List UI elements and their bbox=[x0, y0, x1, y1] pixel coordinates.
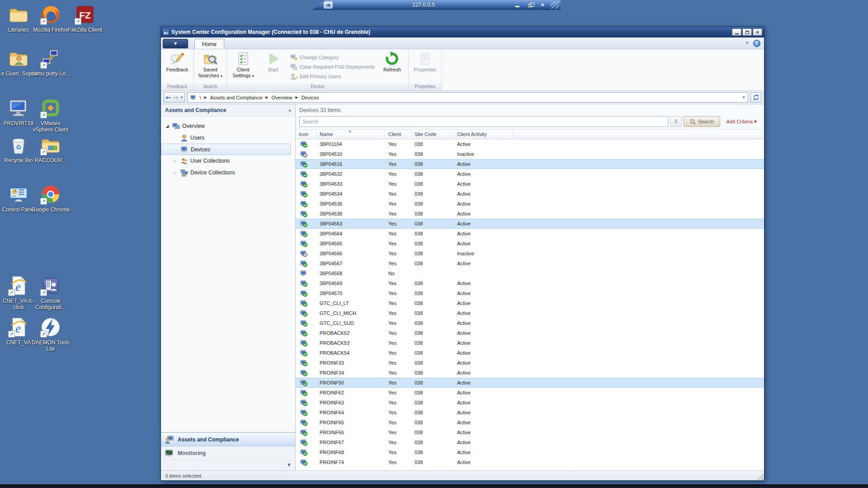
table-row[interactable]: 38P01104Yes038Active bbox=[296, 139, 764, 149]
table-row[interactable]: 38P04533Yes038Active bbox=[296, 179, 764, 189]
table-row[interactable]: 38P04570Yes038Active bbox=[296, 288, 764, 298]
table-row[interactable]: PROINF63Yes038Active bbox=[296, 398, 764, 408]
table-row[interactable]: PROBACK54Yes038Active bbox=[296, 348, 764, 358]
help-button[interactable]: ? bbox=[753, 40, 760, 47]
expander-collapsed-icon[interactable]: ▷ bbox=[173, 170, 178, 175]
expander-collapsed-icon[interactable]: ▷ bbox=[173, 159, 178, 163]
column-header-site-code[interactable]: Site Code bbox=[411, 130, 454, 139]
breadcrumb[interactable]: \ ▶ Assets and Compliance ▶ Overview ▶ D… bbox=[187, 92, 748, 103]
table-row[interactable]: GTC_CLI_MICHYes038Active bbox=[296, 308, 764, 318]
window-close-button[interactable]: × bbox=[753, 28, 762, 36]
table-row[interactable]: GTC_CLI_LTYes038Active bbox=[296, 298, 764, 308]
shortcut-arrow-icon: ↗ bbox=[40, 18, 47, 25]
table-row[interactable]: 38P04510Yes038Inactive bbox=[296, 149, 764, 159]
desktop-icon-vmware-vsphere-client[interactable]: ↗VMware vSphere Client bbox=[30, 97, 71, 133]
cell-site-code: 038 bbox=[411, 281, 454, 286]
table-row[interactable]: 38P04569Yes038Active bbox=[296, 278, 764, 288]
resize-grip[interactable] bbox=[757, 474, 764, 480]
refresh-button[interactable]: Refresh bbox=[377, 51, 406, 83]
desktop-icon-raccour[interactable]: ↗RACCOUR... bbox=[30, 134, 71, 164]
table-row[interactable]: 38P04568No bbox=[296, 268, 764, 278]
column-header-name[interactable]: ▲ Name bbox=[316, 130, 385, 139]
search-button[interactable]: Search bbox=[684, 116, 720, 127]
table-row[interactable]: GTC_CLI_SUDYes038Active bbox=[296, 318, 764, 328]
table-row[interactable]: PROINF67Yes038Active bbox=[296, 437, 764, 447]
breadcrumb-overview[interactable]: Overview bbox=[271, 95, 292, 100]
shortcut-arrow-icon: ↗ bbox=[40, 331, 47, 338]
nav-item-user-collections[interactable]: ▷ User Collections bbox=[161, 155, 295, 167]
breadcrumb-root[interactable]: \ bbox=[200, 95, 201, 100]
ribbon-collapse-icon[interactable]: ^ bbox=[746, 41, 749, 46]
column-header-client-activity[interactable]: Client Activity bbox=[454, 130, 513, 139]
table-row[interactable]: PROBACK52Yes038Active bbox=[296, 328, 764, 338]
window-minimize-button[interactable] bbox=[732, 28, 741, 36]
table-row[interactable]: PROBACK53Yes038Active bbox=[296, 338, 764, 348]
column-header-icon[interactable]: Icon bbox=[296, 130, 316, 139]
client-settings-button[interactable]: Client Settings ▾ bbox=[229, 51, 258, 83]
properties-button[interactable]: Properties bbox=[410, 51, 439, 83]
table-row[interactable]: 38P04567Yes038Active bbox=[296, 258, 764, 268]
nav-item-overview[interactable]: ◢ Overview bbox=[161, 120, 295, 132]
rdp-restore-button[interactable] bbox=[527, 3, 533, 7]
table-row[interactable]: 38P04535Yes038Active bbox=[296, 199, 764, 209]
pin-icon[interactable] bbox=[324, 1, 333, 9]
desktop-icon-samu-putty-lo[interactable]: ↗samu putty-Lo... bbox=[30, 47, 71, 77]
desktop-icon-console-configurati[interactable]: ↗Console Configurati... bbox=[30, 275, 71, 310]
title-bar[interactable]: System Center Configuration Manager (Con… bbox=[161, 27, 764, 38]
table-row[interactable]: PROINF66Yes038Active bbox=[296, 427, 764, 437]
table-row[interactable]: 38P04538Yes038Active bbox=[296, 209, 764, 219]
tab-home[interactable]: Home bbox=[194, 39, 224, 49]
search-input[interactable] bbox=[299, 116, 668, 127]
rdp-minimize-button[interactable] bbox=[514, 3, 520, 7]
nav-item-devices[interactable]: Devices bbox=[161, 144, 291, 155]
desktop-icon-daemon-tools-lite[interactable]: ↗DAEMON Tools Lite bbox=[30, 316, 71, 352]
table-row[interactable]: 38P04565Yes038Active bbox=[296, 239, 764, 249]
workspace-assets-and-compliance[interactable]: Assets and Compliance bbox=[161, 432, 295, 446]
table-row[interactable]: PROINF34Yes038Active bbox=[296, 368, 764, 378]
refresh-address-button[interactable] bbox=[750, 92, 761, 103]
column-header-client[interactable]: Client bbox=[385, 130, 411, 139]
table-row[interactable]: 38P04515Yes038Active bbox=[296, 159, 764, 169]
cell-client: Yes bbox=[385, 151, 411, 157]
add-criteria-link[interactable]: Add Criteria▼ bbox=[726, 119, 757, 124]
group-label-properties: Properties bbox=[409, 83, 441, 90]
breadcrumb-assets-and-compliance[interactable]: Assets and Compliance bbox=[210, 95, 263, 100]
table-row[interactable]: PROINF74Yes038Active bbox=[296, 457, 764, 467]
history-dropdown-icon[interactable]: ▼ bbox=[180, 96, 183, 99]
table-row[interactable]: 38P04564Yes038Active bbox=[296, 229, 764, 239]
table-row[interactable]: 38P04534Yes038Active bbox=[296, 189, 764, 199]
table-row[interactable]: PROINF64Yes038Active bbox=[296, 408, 764, 418]
nav-item-users[interactable]: Users bbox=[161, 132, 295, 144]
start-button[interactable]: Start bbox=[259, 51, 288, 83]
workspace-monitoring[interactable]: Monitoring bbox=[161, 446, 295, 460]
table-row[interactable]: 38P04566Yes038Inactive bbox=[296, 249, 764, 258]
table-row[interactable]: PROINF68Yes038Active bbox=[296, 447, 764, 457]
feedback-button[interactable]: Feedback bbox=[163, 51, 192, 83]
desktop-icon-filezilla-client[interactable]: FZ↗FileZilla Client bbox=[64, 4, 106, 33]
application-menu-button[interactable]: ▼ bbox=[163, 39, 188, 48]
stack-options[interactable]: ▼ bbox=[161, 460, 295, 470]
window-maximize-button[interactable] bbox=[742, 28, 752, 36]
edit-primary-users-button[interactable]: Edit Primary Users bbox=[290, 72, 375, 81]
table-row[interactable]: PROINF65Yes038Active bbox=[296, 418, 764, 427]
expander-expanded-icon[interactable]: ◢ bbox=[165, 124, 170, 128]
forward-button[interactable]: → bbox=[173, 94, 179, 102]
desktop-icon-google-chrome[interactable]: ↗Google Chrome bbox=[30, 183, 71, 213]
table-row[interactable]: 38P04563Yes038Active bbox=[296, 219, 764, 229]
cell-client: Yes bbox=[385, 450, 411, 455]
table-row[interactable]: PROINF50Yes038Active bbox=[296, 378, 764, 388]
clear-required-pxe-deployments-button[interactable]: Clear Required PXE Deployments bbox=[290, 63, 375, 71]
saved-searches-button[interactable]: Saved Searches ▾ bbox=[196, 51, 225, 83]
table-row[interactable]: PROINF62Yes038Active bbox=[296, 388, 764, 398]
table-row[interactable]: 38P04532Yes038Active bbox=[296, 169, 764, 179]
table-row[interactable]: PROINF33Yes038Active bbox=[296, 358, 764, 368]
taskbar-edge[interactable] bbox=[0, 484, 868, 488]
address-dropdown-icon[interactable]: ▼ bbox=[743, 96, 745, 99]
change-category-button[interactable]: Change Category bbox=[290, 53, 375, 62]
rdp-close-button[interactable]: × bbox=[540, 3, 545, 7]
collapse-panel-icon[interactable]: « bbox=[288, 108, 291, 113]
back-button[interactable]: ← bbox=[165, 94, 171, 102]
nav-item-device-collections[interactable]: ▷ Device Collections bbox=[161, 167, 295, 178]
clear-search-button[interactable]: X bbox=[670, 116, 682, 127]
breadcrumb-devices[interactable]: Devices bbox=[301, 95, 319, 100]
